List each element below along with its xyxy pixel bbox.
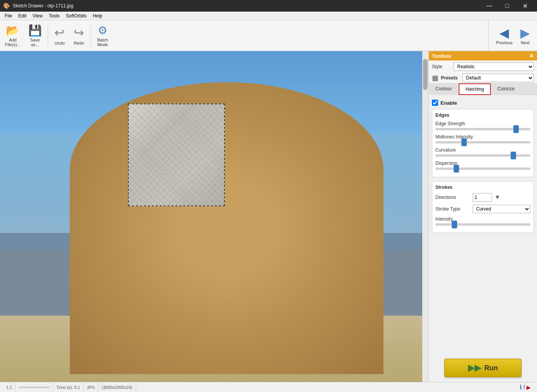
minimize-button[interactable]: — xyxy=(480,0,498,12)
toolbar-divider-1 xyxy=(48,24,48,47)
info-icon: ℹ xyxy=(520,383,522,391)
dispersion-slider[interactable] xyxy=(435,168,530,170)
toolbox-panel: Toolbox ✕ Style Realistic ▦ Presets Defa… xyxy=(428,51,537,382)
stroke-type-label: Stroke Type xyxy=(435,206,470,212)
zoom-level: 1:1 xyxy=(6,385,12,390)
main-area: Toolbox ✕ Style Realistic ▦ Presets Defa… xyxy=(0,51,537,382)
next-label: Next xyxy=(521,40,530,45)
tabs: Contour Hatching Colorize xyxy=(429,83,537,95)
menu-help[interactable]: Help xyxy=(90,12,105,19)
style-label: Style xyxy=(432,64,451,69)
add-files-icon: 📂 xyxy=(6,24,19,37)
redo-label: Redo xyxy=(74,41,84,45)
strokes-section: Strokes Directions ▼ Stroke Type Curved … xyxy=(432,181,534,233)
style-row: Style Realistic xyxy=(429,60,537,73)
stroke-type-row: Stroke Type Curved Straight xyxy=(435,205,530,213)
sketch-lines xyxy=(129,104,224,205)
midtones-slider[interactable] xyxy=(435,141,530,143)
menu-file[interactable]: File xyxy=(2,12,15,19)
intensity-label: Intensity xyxy=(435,216,530,222)
menu-edit[interactable]: Edit xyxy=(15,12,29,19)
previous-label: Previous xyxy=(496,40,513,45)
style-select[interactable]: Realistic xyxy=(454,62,534,71)
toolbox-close-button[interactable]: ✕ xyxy=(529,53,534,59)
window-title: Sketch Drawer - otp-1711.jpg xyxy=(13,3,73,9)
previous-button[interactable]: ◀ Previous xyxy=(492,24,516,47)
previous-arrow-icon: ◀ xyxy=(499,26,509,40)
tab-colorize[interactable]: Colorize xyxy=(491,83,521,95)
status-bar: 1:1 Time (s): 0.1 JPG (3000x2000x24) ℹ f… xyxy=(0,382,537,392)
tab-contour[interactable]: Contour xyxy=(429,83,459,95)
strokes-title: Strokes xyxy=(435,185,530,190)
edge-strength-fill xyxy=(435,128,516,130)
dispersion-thumb[interactable] xyxy=(454,165,459,173)
curvature-fill xyxy=(435,154,513,157)
stroke-type-select[interactable]: Curved Straight xyxy=(473,205,530,213)
run-label: Run xyxy=(484,364,498,372)
time-section: Time (s): 0.1 xyxy=(53,382,83,392)
menu-softorbits[interactable]: SoftOrbits xyxy=(63,12,90,19)
zoom-slider-section xyxy=(16,382,53,392)
toolbar: 📂 AddFile(s)... 💾 Saveas... ↩ Undo ↪ Red… xyxy=(0,20,537,51)
presets-row: ▦ Presets Default xyxy=(429,73,537,83)
curvature-slider[interactable] xyxy=(435,154,530,157)
redo-button[interactable]: ↪ Redo xyxy=(70,23,88,47)
toolbox-title: Toolbox xyxy=(432,53,451,59)
undo-button[interactable]: ↩ Undo xyxy=(50,23,69,47)
facebook-icon[interactable]: f xyxy=(523,384,525,390)
intensity-row: Intensity xyxy=(435,216,530,226)
add-files-label: AddFile(s)... xyxy=(5,38,21,47)
enable-checkbox[interactable] xyxy=(432,100,438,106)
run-button[interactable]: ▶▶ Run xyxy=(444,359,521,377)
presets-select[interactable]: Default xyxy=(463,74,534,82)
curvature-label: Curvature xyxy=(435,147,530,153)
presets-label: Presets xyxy=(441,75,460,81)
batch-icon: ⚙ xyxy=(98,24,107,37)
close-button[interactable]: ✕ xyxy=(516,0,534,12)
youtube-icon[interactable]: ▶ xyxy=(527,384,531,390)
menu-bar: File Edit View Tools SoftOrbits Help xyxy=(0,12,537,20)
toolbox-header: Toolbox ✕ xyxy=(429,51,537,60)
run-section: ▶▶ Run xyxy=(429,354,537,382)
save-icon: 💾 xyxy=(28,24,42,37)
presets-icon: ▦ xyxy=(432,74,439,82)
image-dimensions: (3000x2000x24) xyxy=(102,385,133,390)
undo-icon: ↩ xyxy=(54,25,65,40)
redo-icon: ↪ xyxy=(74,25,84,40)
menu-view[interactable]: View xyxy=(29,12,46,19)
sketch-overlay[interactable] xyxy=(128,104,225,206)
nav-section: ◀ Previous ▶ Next xyxy=(488,20,537,50)
menu-tools[interactable]: Tools xyxy=(46,12,63,19)
image-background xyxy=(0,51,422,382)
canvas-area xyxy=(0,51,428,382)
midtones-row: Midtones Intensity xyxy=(435,134,530,143)
title-bar-left: 🎨 Sketch Drawer - otp-1711.jpg xyxy=(3,3,73,9)
add-files-button[interactable]: 📂 AddFile(s)... xyxy=(2,22,24,49)
undo-label: Undo xyxy=(55,41,65,45)
curvature-thumb[interactable] xyxy=(511,152,516,159)
midtones-thumb[interactable] xyxy=(461,138,467,146)
edges-section: Edges Edge Strength Midtones Intensity xyxy=(432,109,534,177)
directions-dropdown-icon: ▼ xyxy=(494,194,501,201)
intensity-slider[interactable] xyxy=(435,223,530,226)
directions-spinner[interactable] xyxy=(473,193,492,202)
dispersion-fill xyxy=(435,168,456,170)
vertical-scrollbar[interactable] xyxy=(422,51,428,382)
save-as-button[interactable]: 💾 Saveas... xyxy=(25,22,45,49)
batch-label: BatchMode xyxy=(97,38,108,47)
dimensions-section: (3000x2000x24) xyxy=(98,382,136,392)
batch-mode-button[interactable]: ⚙ BatchMode xyxy=(93,22,112,49)
tab-hatching[interactable]: Hatching xyxy=(459,83,491,95)
app-icon: 🎨 xyxy=(3,3,10,9)
intensity-thumb[interactable] xyxy=(452,221,457,228)
edge-strength-slider[interactable] xyxy=(435,128,530,130)
next-button[interactable]: ▶ Next xyxy=(516,24,534,47)
gorilla-body xyxy=(70,82,383,374)
edge-strength-thumb[interactable] xyxy=(513,125,519,133)
edges-title: Edges xyxy=(435,112,530,118)
maximize-button[interactable]: □ xyxy=(498,0,516,12)
zoom-slider[interactable] xyxy=(19,387,50,388)
run-icon: ▶▶ xyxy=(468,363,481,373)
dispersion-row: Dispersion xyxy=(435,161,530,170)
scroll-thumb[interactable] xyxy=(423,59,428,90)
